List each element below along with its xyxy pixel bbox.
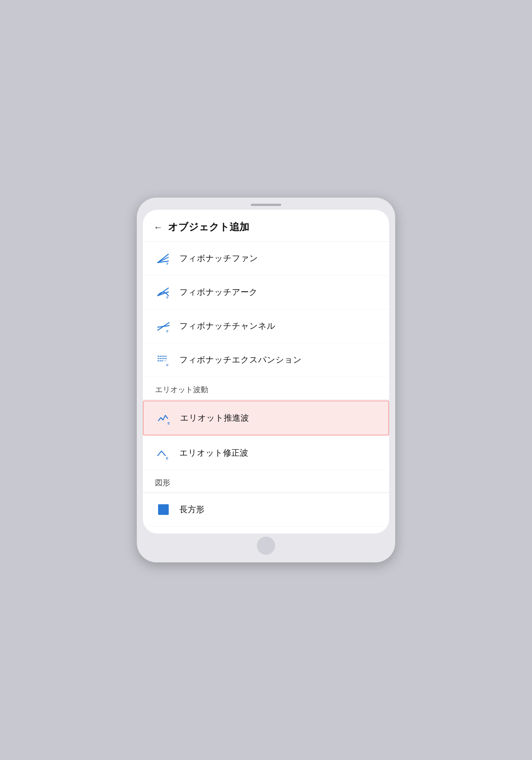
fibonacci-channel-label: フィボナッチチャンネル — [179, 320, 276, 332]
page-title: オブジェクト追加 — [168, 220, 249, 234]
svg-rect-19 — [165, 358, 166, 359]
list-item-fibonacci-channel[interactable]: F フィボナッチチャンネル — [143, 309, 389, 343]
elliott-correction-icon: E — [155, 445, 172, 461]
page-header: ← オブジェクト追加 — [143, 210, 389, 242]
svg-text:F: F — [166, 363, 169, 367]
svg-rect-16 — [160, 358, 161, 359]
svg-text:E: E — [166, 456, 168, 460]
list-item-fibonacci-fan[interactable]: F フィボナッチファン — [143, 242, 389, 276]
svg-rect-17 — [162, 358, 163, 359]
fibonacci-arc-icon: F — [155, 284, 172, 301]
device-frame: ← オブジェクト追加 F フィボナッチファン — [137, 198, 395, 562]
elliott-impulse-icon: E — [156, 410, 173, 426]
device-notch — [251, 204, 281, 206]
list-item-triangle[interactable]: 三角形 — [143, 527, 389, 534]
screen: ← オブジェクト追加 F フィボナッチファン — [143, 210, 389, 534]
svg-rect-11 — [160, 356, 161, 357]
svg-text:F: F — [166, 329, 169, 333]
svg-rect-21 — [160, 360, 161, 361]
svg-rect-10 — [158, 356, 159, 357]
elliott-correction-label: エリオット修正波 — [179, 447, 248, 459]
svg-rect-12 — [162, 356, 163, 357]
svg-text:E: E — [168, 421, 170, 425]
section-header-shapes: 図形 — [143, 470, 389, 493]
list-item-fibonacci-arc[interactable]: F フィボナッチアーク — [143, 276, 389, 309]
rectangle-label: 長方形 — [179, 504, 204, 515]
svg-rect-20 — [158, 360, 159, 361]
fibonacci-expansion-icon: F — [155, 352, 172, 368]
list-item-rectangle[interactable]: 長方形 — [143, 493, 389, 527]
rectangle-icon — [155, 501, 172, 518]
fibonacci-fan-label: フィボナッチファン — [179, 253, 258, 264]
svg-rect-24 — [165, 360, 166, 361]
list-item-fibonacci-expansion[interactable]: F フィボナッチエクスパンション — [143, 343, 389, 377]
svg-text:F: F — [166, 296, 169, 299]
fibonacci-channel-icon: F — [155, 318, 172, 334]
svg-text:F: F — [166, 262, 169, 266]
svg-rect-22 — [162, 360, 163, 361]
svg-rect-14 — [165, 356, 166, 357]
fibonacci-arc-label: フィボナッチアーク — [179, 287, 258, 298]
object-list: F フィボナッチファン F フィボナッチアーク — [143, 242, 389, 534]
svg-rect-15 — [158, 358, 159, 359]
back-button[interactable]: ← — [154, 222, 163, 233]
svg-rect-23 — [163, 360, 165, 361]
home-button[interactable] — [257, 537, 275, 555]
section-header-elliott: エリオット波動 — [143, 377, 389, 400]
list-item-elliott-impulse[interactable]: E エリオット推進波 — [143, 401, 389, 435]
svg-rect-13 — [163, 356, 165, 357]
elliott-impulse-label: エリオット推進波 — [180, 412, 249, 424]
fibonacci-expansion-label: フィボナッチエクスパンション — [179, 354, 302, 366]
svg-rect-18 — [163, 358, 165, 359]
fibonacci-fan-icon: F — [155, 250, 172, 267]
list-item-elliott-correction[interactable]: E エリオット修正波 — [143, 436, 389, 470]
